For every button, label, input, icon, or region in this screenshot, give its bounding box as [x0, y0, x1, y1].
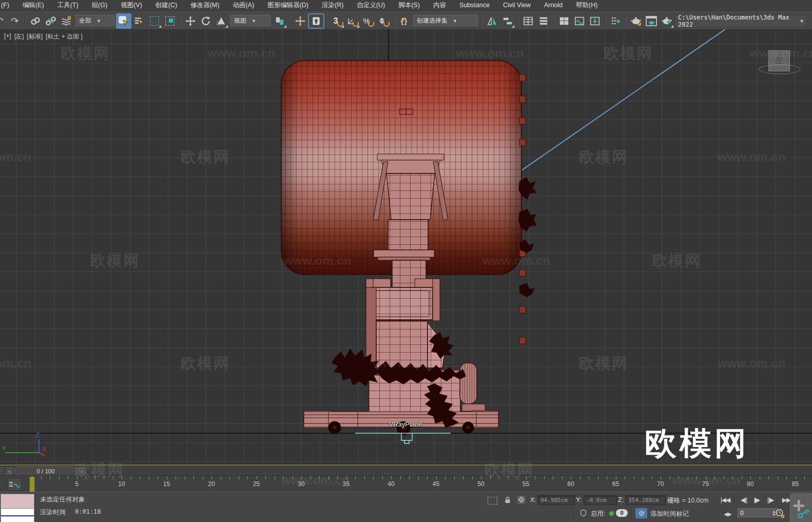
use-pivot-center-button[interactable]	[272, 13, 287, 29]
viewcube[interactable]: 左	[768, 50, 790, 71]
menu-item-views[interactable]: 视图(V)	[114, 0, 149, 11]
menu-item-scripting[interactable]: 脚本(S)	[392, 0, 427, 11]
render-button[interactable]	[659, 13, 674, 29]
menu-item-tools[interactable]: 工具(T)	[51, 0, 85, 11]
ref-coordsys-dropdown[interactable]: 视图▼	[230, 15, 270, 27]
absolute-mode-icon[interactable]	[516, 495, 526, 505]
redo-button[interactable]: ↷	[7, 13, 23, 29]
viewport-menu-view[interactable]: [左]	[14, 32, 24, 41]
menu-item-substance[interactable]: Substance	[453, 0, 496, 11]
next-frame-button[interactable]: ›	[78, 467, 86, 476]
time-tag-cube-button[interactable]	[635, 508, 647, 518]
x-coord-field[interactable]: 94.985cm	[538, 495, 575, 505]
select-move-button[interactable]	[183, 13, 198, 29]
select-object-button[interactable]	[116, 13, 131, 29]
ruler-tick	[445, 476, 446, 479]
go-to-start-button[interactable]: |◀◀	[718, 494, 733, 506]
material-editor-button[interactable]	[608, 13, 623, 29]
menu-item-help[interactable]: 帮助(H)	[569, 0, 604, 11]
select-rotate-button[interactable]	[198, 13, 214, 29]
menu-item-civil-view[interactable]: Civil View	[496, 0, 537, 11]
previous-frame-transport-button[interactable]: ◀||	[737, 494, 750, 506]
render-time-label: 渲染时间	[40, 508, 66, 517]
axis-tripod: Y Z X	[2, 432, 46, 456]
selection-lock-icon[interactable]	[503, 495, 512, 505]
percent-snap-button[interactable]: %	[360, 13, 376, 29]
rendered-frame-window-button[interactable]	[644, 13, 659, 29]
svg-text:X: X	[42, 446, 46, 453]
maxscript-listener-pink[interactable]	[1, 494, 34, 509]
time-config-icon[interactable]	[775, 508, 785, 519]
light-ray[interactable]	[520, 29, 725, 171]
bind-spacewarp-button[interactable]	[59, 13, 74, 29]
mini-curve-editor-button[interactable]	[7, 478, 22, 491]
menu-item-graph-editors[interactable]: 图形编辑器(D)	[261, 0, 315, 11]
ruler-label: 55	[517, 480, 535, 488]
set-key-button[interactable]: +	[790, 493, 812, 522]
selection-region-button[interactable]	[147, 13, 162, 29]
viewport-menu-standard[interactable]: [标准]	[27, 32, 43, 41]
menu-item-animation[interactable]: 动画(A)	[226, 0, 261, 11]
select-manipulate-button[interactable]	[293, 13, 308, 29]
menu-item-create[interactable]: 创建(C)	[149, 0, 184, 11]
selection-filter-dropdown[interactable]: 全部▼	[75, 15, 114, 27]
maxscript-listener-white[interactable]	[1, 508, 34, 522]
ruler-tick	[400, 476, 401, 479]
window-crossing-button[interactable]	[162, 13, 178, 29]
project-path-dropdown[interactable]: C:\Users\Han\Documents\3ds Max 2022 ▼	[674, 15, 807, 27]
isolate-selection-icon[interactable]	[488, 497, 497, 505]
degradation-shield-icon[interactable]	[579, 508, 588, 518]
curve-editor-button[interactable]	[572, 13, 587, 29]
named-selection-sets-button[interactable]: { }	[396, 13, 412, 29]
menu-item-content[interactable]: 内容	[427, 0, 453, 11]
key-icon	[796, 506, 811, 520]
statusbar-splitter[interactable]	[36, 493, 37, 521]
schematic-view-button[interactable]	[587, 13, 603, 29]
previous-frame-button[interactable]: ‹	[5, 467, 14, 476]
viewport[interactable]: Y Z X [+] [左] [标准] [粘土 + 边面 ] 左 VRayPlan…	[0, 29, 812, 465]
next-frame-transport-button[interactable]: ||▶	[764, 494, 777, 506]
menu-item-group[interactable]: 组(G)	[85, 0, 114, 11]
ruler-tick	[517, 476, 517, 479]
play-button[interactable]: ▶	[751, 494, 763, 506]
arrow-up-icon	[311, 16, 321, 26]
add-time-tag-label[interactable]: 添加时间标记	[650, 510, 689, 518]
menu-item-arnold[interactable]: Arnold	[537, 0, 569, 11]
ruler-tick	[652, 476, 652, 479]
select-scale-button[interactable]	[214, 13, 229, 29]
unlink-button[interactable]	[43, 13, 59, 29]
select-by-name-button[interactable]	[131, 13, 147, 29]
spinner-snap-button[interactable]	[376, 13, 391, 29]
z-coord-field[interactable]: 354.288cm	[626, 495, 666, 505]
time-slider-handle[interactable]: 0 / 100	[14, 467, 78, 476]
menu-item-rendering[interactable]: 渲染(R)	[315, 0, 350, 11]
angle-snap-button[interactable]	[345, 13, 360, 29]
menu-item-edit[interactable]: 编辑(E)	[16, 0, 51, 11]
current-frame-field[interactable]: 0	[738, 508, 778, 518]
searchlight-model[interactable]	[281, 61, 537, 435]
menu-item-customize[interactable]: 自定义(U)	[350, 0, 392, 11]
degradation-badge[interactable]: 0	[616, 509, 628, 517]
ruler-label: 40	[382, 480, 400, 488]
track-bar[interactable]: 0510152025303540455055606570758085	[0, 475, 812, 493]
toggle-layer-explorer-button[interactable]	[536, 13, 551, 29]
current-frame-marker[interactable]	[29, 476, 35, 492]
menu-item-file[interactable]: (F)	[0, 0, 16, 11]
y-coord-field[interactable]: -0.0cm	[584, 495, 617, 505]
toolbar-separator	[553, 14, 554, 28]
viewport-menu-plus[interactable]: [+]	[4, 32, 11, 41]
toggle-scene-explorer-button[interactable]	[520, 13, 536, 29]
keyboard-override-button[interactable]	[308, 13, 324, 29]
ruler-tick	[391, 476, 392, 479]
link-button[interactable]	[28, 13, 43, 29]
toggle-ribbon-button[interactable]	[556, 13, 572, 29]
snap-toggle-button[interactable]: 3	[330, 13, 345, 29]
viewport-menu-shading[interactable]: [粘土 + 边面 ]	[46, 32, 83, 41]
render-setup-button[interactable]	[628, 13, 644, 29]
key-mode-toggle-button[interactable]: ◀▶	[721, 508, 734, 519]
align-button[interactable]	[500, 13, 515, 29]
selection-set-dropdown[interactable]: 创建选择集▼	[413, 15, 478, 27]
menu-item-modifiers[interactable]: 修改器(M)	[184, 0, 226, 11]
mirror-button[interactable]	[485, 13, 500, 29]
undo-button[interactable]: ↶	[0, 13, 7, 29]
